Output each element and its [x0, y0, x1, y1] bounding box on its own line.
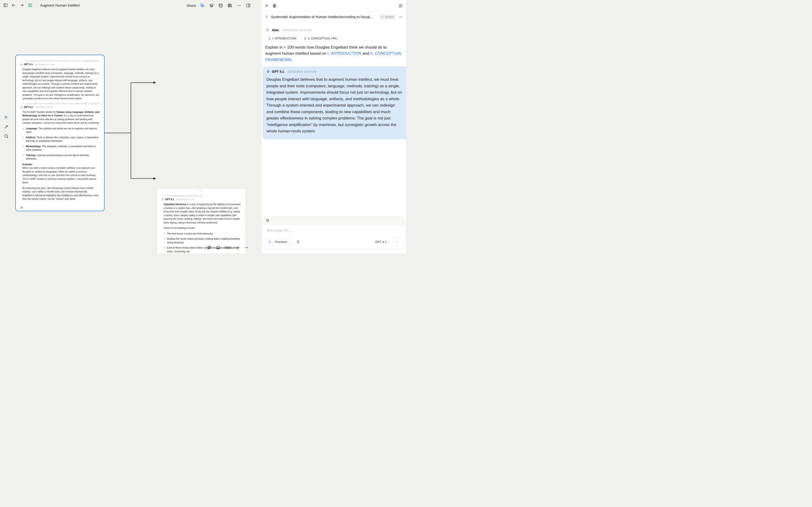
user-message-header: A Alan · 06/23/2025 10:19 AM: [265, 28, 402, 33]
chip-label: II. CONCEPTUAL FRA...: [308, 37, 339, 40]
zoom-in-icon[interactable]: [236, 245, 240, 250]
user-message-text: Explain in < 100 words how Douglas Engel…: [265, 44, 402, 63]
back-chevron-icon[interactable]: [265, 15, 268, 19]
thread-title: Systematic Augmentation of Human Intelle…: [271, 15, 376, 19]
search-tool-icon[interactable]: [4, 133, 9, 139]
panel-top-bar: [261, 0, 406, 11]
source-icon: [22, 102, 24, 105]
ai-response-text: Douglas Engelbart believes that to augme…: [20, 68, 100, 101]
source-reference[interactable]: from Systematic Augmentation of Human In…: [20, 60, 100, 62]
source-label: from H-LAM/T System Explained Simply The…: [26, 102, 100, 105]
example-text: When you write a report using a computer…: [20, 166, 100, 184]
arrow-up-icon: [395, 240, 399, 244]
page-title: Augment Human Intellect: [40, 3, 80, 7]
context-chips: I. INTRODUCTION II. CONCEPTUAL FRA...: [265, 36, 402, 41]
model-name: GPT 4.1: [24, 106, 33, 108]
document-icon: [304, 37, 307, 40]
ai-message-text: Douglas Engelbart believes that to augme…: [266, 76, 402, 134]
bullet-list: Language: The symbols and words we use t…: [20, 127, 100, 161]
canvas-bottom-bar: 59%: [207, 245, 249, 250]
bullet-list: The final house is at the top of the hie…: [161, 232, 241, 253]
privacy-badge[interactable]: private: [379, 14, 396, 19]
drag-handle-icon[interactable]: [199, 190, 203, 192]
timestamp: · 06/23/2025 10:19 AM: [281, 29, 312, 32]
thread-more-icon[interactable]: [399, 15, 403, 19]
canvas-card-capability[interactable]: from Understanding Capability Hierarchy …: [157, 189, 246, 253]
chat-panel: Systematic Augmentation of Human Intelle…: [261, 0, 406, 253]
list-item: Training: Learning and practicing to use…: [26, 154, 100, 161]
ai-response-text: The H-LAM/T System stands for Human usin…: [20, 110, 100, 125]
model-name: GPT 4.1: [24, 63, 33, 66]
thread-header: Systematic Augmentation of Human Intelle…: [261, 11, 406, 22]
link-introduction[interactable]: I. INTRODUCTION: [327, 51, 362, 56]
premium-button[interactable]: Premium: [266, 239, 294, 245]
top-toolbar-right: Share: [187, 3, 251, 8]
avatar: A: [265, 28, 270, 33]
chip-label: I. INTRODUCTION: [272, 37, 296, 40]
select-cursor-tool-icon[interactable]: [4, 115, 9, 120]
collapse-panel-icon[interactable]: [264, 3, 269, 8]
back-icon[interactable]: [11, 3, 16, 8]
message-input[interactable]: Message AI...: [263, 225, 404, 235]
timestamp: · 06/23/2025 9:31 AM: [175, 199, 194, 201]
composer-attachment-bar: [263, 216, 404, 225]
composer-area: Message AI... Premium GPT 4.1: [261, 216, 406, 253]
settings-sliders-icon[interactable]: [207, 245, 212, 250]
model-label: GPT 4.1: [375, 240, 387, 244]
list-item: Methodology: The strategies, methods, or…: [26, 145, 100, 152]
example-label: Example:: [20, 163, 100, 166]
more-icon[interactable]: [236, 3, 242, 8]
tool-rail: [4, 115, 9, 139]
privacy-label: private: [385, 15, 394, 18]
document-icon: [268, 37, 271, 40]
library-icon[interactable]: [227, 3, 233, 8]
sidebar-toggle-icon[interactable]: [3, 3, 8, 8]
composer-actions: Premium GPT 4.1: [263, 235, 404, 249]
layers-icon[interactable]: [209, 3, 214, 8]
source-icon: [163, 195, 166, 197]
canvas-card-hlamt[interactable]: from Systematic Augmentation of Human In…: [15, 55, 105, 211]
source-reference[interactable]: from H-LAM/T System Explained Simply The…: [20, 102, 100, 105]
chip-introduction[interactable]: I. INTRODUCTION: [265, 36, 299, 41]
zoom-out-icon[interactable]: [244, 245, 249, 250]
list-item: Language: The symbols and words we use t…: [26, 127, 100, 134]
source-label: from Understanding Capability Hierarchy: [166, 194, 203, 197]
premium-label: Premium: [275, 240, 287, 244]
panel-view-icon[interactable]: [272, 3, 277, 8]
forward-icon[interactable]: [19, 3, 24, 8]
list-item: The final house is at the top of the hie…: [167, 232, 241, 236]
composer[interactable]: Message AI... Premium GPT 4.1: [263, 216, 404, 249]
model-name: GPT 4.1: [272, 70, 284, 73]
chevron-down-icon: [289, 241, 291, 243]
model-row: GPT 4.1 · 06/23/2025 9:33 AM: [20, 106, 100, 108]
source-reference[interactable]: from Understanding Capability Hierarchy: [161, 194, 241, 197]
add-comment-icon[interactable]: [20, 206, 23, 209]
zoom-level[interactable]: 59%: [224, 245, 232, 249]
chip-conceptual-framework[interactable]: II. CONCEPTUAL FRA...: [301, 36, 342, 41]
breadcrumb-divider: /: [36, 3, 37, 7]
author-name: Alan: [272, 28, 279, 32]
top-toolbar-left: / Augment Human Intellect: [3, 3, 80, 8]
sparkle-icon: [20, 106, 23, 108]
card-footer: [16, 204, 104, 211]
comments-icon[interactable]: [199, 3, 205, 8]
add-attachment-icon[interactable]: [266, 219, 269, 222]
connector-arrow-tool-icon[interactable]: [4, 124, 9, 129]
send-button[interactable]: [393, 237, 401, 246]
timestamp: · 06/23/2025 9:33 AM: [34, 106, 53, 108]
lock-icon: [381, 15, 384, 18]
model-selector[interactable]: GPT 4.1: [375, 240, 390, 244]
chevron-down-icon: [388, 241, 390, 243]
ai-message: GPT 4.1 · 06/23/2025 10:19 AM Douglas En…: [263, 66, 406, 139]
chat-scroll-area[interactable]: A Alan · 06/23/2025 10:19 AM I. INTRODUC…: [261, 22, 406, 216]
map-icon[interactable]: [28, 3, 33, 8]
right-panel-toggle-icon[interactable]: [245, 3, 251, 8]
share-button[interactable]: Share: [187, 3, 196, 7]
model-row: GPT 4.1 · 06/23/2025 10:19 AM: [20, 63, 100, 66]
calendar-icon[interactable]: [218, 3, 223, 8]
closing-text: By improving any part—like introducing a…: [20, 186, 100, 201]
fit-screen-icon[interactable]: [216, 245, 221, 250]
lightbulb-icon[interactable]: [296, 240, 300, 244]
new-thread-icon[interactable]: [399, 3, 403, 8]
sparkle-icon: [268, 240, 271, 243]
